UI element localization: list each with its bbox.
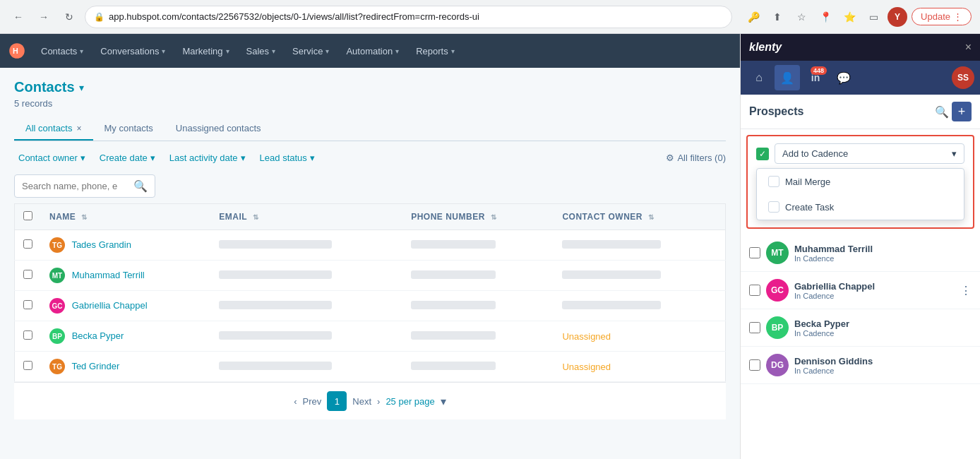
prev-page-button[interactable]: ‹ <box>294 396 297 407</box>
nav-reports[interactable]: Reports ▾ <box>409 42 462 61</box>
create-task-checkbox[interactable] <box>768 201 779 213</box>
row-checkbox-cell[interactable] <box>15 321 42 352</box>
browser-profile[interactable]: Y <box>888 7 907 27</box>
column-header-owner[interactable]: CONTACT OWNER ⇅ <box>554 204 725 230</box>
klenty-linkedin-button[interactable]: in 448 <box>803 65 828 90</box>
tab-close-icon[interactable]: × <box>76 124 81 133</box>
next-page-button[interactable]: › <box>377 396 380 407</box>
row-checkbox[interactable] <box>23 330 32 340</box>
dropdown-mail-merge[interactable]: Mail Merge <box>757 169 964 194</box>
prospect-avatar: MT <box>766 242 789 264</box>
contact-name[interactable]: Muhammad Terrill <box>72 270 145 280</box>
nav-contacts[interactable]: Contacts ▾ <box>34 42 90 61</box>
refresh-button[interactable]: ↻ <box>59 7 79 27</box>
cadence-checked-checkbox[interactable]: ✓ <box>756 148 769 160</box>
klenty-contacts-button[interactable]: 👤 <box>775 65 800 90</box>
prospects-add-button[interactable]: + <box>952 102 972 121</box>
contact-name[interactable]: Tades Grandin <box>71 239 131 250</box>
prospect-avatar: BP <box>766 316 789 339</box>
klenty-home-button[interactable]: ⌂ <box>746 65 772 90</box>
prev-label[interactable]: Prev <box>303 396 322 407</box>
owner-unassigned[interactable]: Unassigned <box>562 331 611 342</box>
update-button[interactable]: Update ⋮ <box>912 8 972 25</box>
search-input[interactable] <box>22 181 129 191</box>
page-title-dropdown-icon[interactable]: ▾ <box>79 82 84 93</box>
top-nav: H Contacts ▾ Conversations ▾ Marketing ▾… <box>0 34 740 68</box>
next-label[interactable]: Next <box>352 396 371 407</box>
prospect-menu-button[interactable]: ⋮ <box>960 284 972 297</box>
email-blurred <box>219 331 332 340</box>
contact-name[interactable]: Gabriellia Chappel <box>72 300 148 311</box>
prospect-checkbox[interactable] <box>749 247 760 258</box>
nav-service[interactable]: Service ▾ <box>285 42 336 61</box>
column-header-name[interactable]: NAME ⇅ <box>41 204 210 230</box>
prospect-name[interactable]: Muhammad Terrill <box>794 244 972 254</box>
table-header-checkbox[interactable] <box>15 204 42 230</box>
filter-last-activity-date[interactable]: Last activity date ▾ <box>165 150 250 166</box>
forward-button[interactable]: → <box>34 7 54 27</box>
row-checkbox-cell[interactable] <box>15 352 42 382</box>
row-checkbox[interactable] <box>23 361 32 370</box>
filter-create-date[interactable]: Create date ▾ <box>95 150 160 166</box>
tab-all-contacts[interactable]: All contacts × <box>14 117 93 141</box>
pagination: ‹ Prev 1 Next › 25 per page ▾ <box>14 382 726 419</box>
tablet-icon[interactable]: ▭ <box>864 7 883 27</box>
tab-unassigned-contacts[interactable]: Unassigned contacts <box>165 117 273 141</box>
nav-automation[interactable]: Automation ▾ <box>339 42 406 61</box>
nav-sales[interactable]: Sales ▾ <box>239 42 283 61</box>
per-page-chevron-icon[interactable]: ▾ <box>441 395 446 408</box>
row-checkbox[interactable] <box>23 270 32 279</box>
row-name-cell: TG Ted Grinder <box>41 352 210 382</box>
prospect-checkbox[interactable] <box>749 322 760 333</box>
address-bar[interactable]: 🔒 app.hubspot.com/contacts/22567532/obje… <box>85 6 732 28</box>
table-row: BP Becka Pyper Unassigned <box>15 321 726 352</box>
row-checkbox[interactable] <box>23 239 32 249</box>
all-filters-btn[interactable]: ⚙ All filters (0) <box>666 153 726 163</box>
key-icon[interactable]: 🔑 <box>743 7 763 27</box>
column-header-email[interactable]: EMAIL ⇅ <box>210 204 402 230</box>
contact-name[interactable]: Becka Pyper <box>72 330 124 341</box>
owner-blurred <box>562 240 661 249</box>
prospect-checkbox[interactable] <box>749 359 760 371</box>
extension-icon1[interactable]: 📍 <box>815 7 835 27</box>
select-all-checkbox[interactable] <box>23 211 32 220</box>
add-to-cadence-dropdown[interactable]: Add to Cadence ▾ <box>775 143 964 164</box>
extension-icon2[interactable]: ⭐ <box>839 7 859 27</box>
filter-contact-owner[interactable]: Contact owner ▾ <box>14 150 90 166</box>
prospect-name[interactable]: Gabriellia Chappel <box>794 281 955 292</box>
dropdown-create-task[interactable]: Create Task <box>757 194 964 220</box>
prospect-info: Becka Pyper In Cadence <box>794 318 972 338</box>
klenty-close-button[interactable]: × <box>965 41 972 54</box>
back-button[interactable]: ← <box>8 7 28 27</box>
nav-conversations[interactable]: Conversations ▾ <box>93 42 172 61</box>
nav-marketing[interactable]: Marketing ▾ <box>175 42 236 61</box>
row-checkbox-cell[interactable] <box>15 291 42 321</box>
reports-chevron-icon: ▾ <box>451 47 455 55</box>
row-checkbox-cell[interactable] <box>15 261 42 291</box>
page-1-button[interactable]: 1 <box>327 391 347 411</box>
prospects-search-button[interactable]: 🔍 <box>932 102 952 121</box>
mail-merge-checkbox[interactable] <box>768 176 779 187</box>
contact-name[interactable]: Ted Grinder <box>71 361 119 371</box>
klenty-profile-avatar[interactable]: SS <box>952 66 974 89</box>
column-header-phone[interactable]: PHONE NUMBER ⇅ <box>402 204 554 230</box>
phone-blurred <box>411 270 496 279</box>
chat-icon: 💬 <box>837 71 851 85</box>
owner-unassigned[interactable]: Unassigned <box>562 362 611 372</box>
filter-lead-status[interactable]: Lead status ▾ <box>256 150 319 166</box>
klenty-chat-button[interactable]: 💬 <box>831 65 856 90</box>
contact-avatar: TG <box>49 359 65 374</box>
email-blurred <box>219 301 332 309</box>
filter-create-date-chevron-icon: ▾ <box>150 153 155 163</box>
email-blurred <box>219 240 332 249</box>
tab-my-contacts[interactable]: My contacts <box>93 117 165 141</box>
prospect-name[interactable]: Dennison Giddins <box>794 356 972 366</box>
star-icon[interactable]: ☆ <box>791 7 811 27</box>
row-checkbox[interactable] <box>23 300 32 309</box>
prospect-name[interactable]: Becka Pyper <box>794 318 972 329</box>
share-icon[interactable]: ⬆ <box>767 7 787 27</box>
prospect-checkbox[interactable] <box>749 285 760 296</box>
row-checkbox-cell[interactable] <box>15 230 42 261</box>
row-email-cell <box>210 230 402 261</box>
per-page-selector[interactable]: 25 per page <box>386 396 434 407</box>
